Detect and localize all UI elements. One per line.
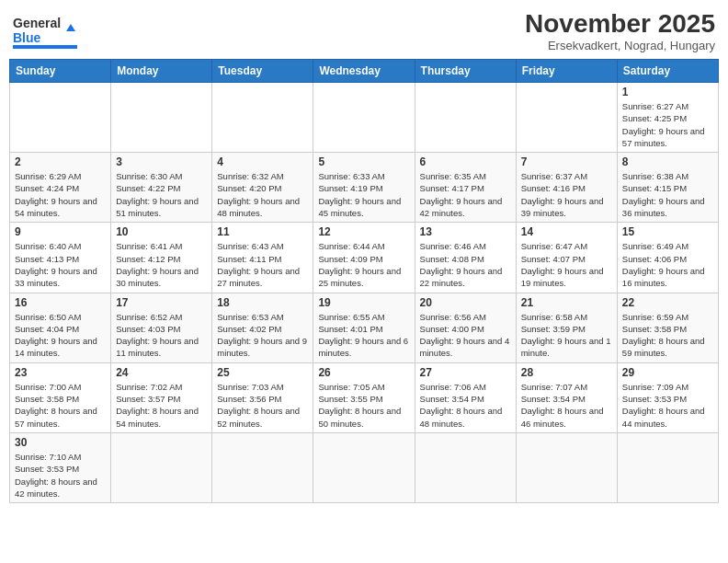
header-thursday: Thursday <box>415 60 516 83</box>
day-4: 4 Sunrise: 6:32 AM Sunset: 4:20 PM Dayli… <box>212 153 313 223</box>
empty-cell <box>111 432 212 502</box>
day-25: 25 Sunrise: 7:03 AM Sunset: 3:56 PM Dayl… <box>212 362 313 432</box>
empty-cell <box>516 83 617 153</box>
week-row-5: 23 Sunrise: 7:00 AM Sunset: 3:58 PM Dayl… <box>10 362 719 432</box>
day-18: 18 Sunrise: 6:53 AM Sunset: 4:02 PM Dayl… <box>212 293 313 362</box>
logo: General Blue <box>13 9 86 53</box>
header-tuesday: Tuesday <box>212 60 313 83</box>
week-row-2: 2 Sunrise: 6:29 AM Sunset: 4:24 PM Dayli… <box>10 153 719 223</box>
day-8: 8 Sunrise: 6:38 AM Sunset: 4:15 PM Dayli… <box>617 153 718 223</box>
empty-cell <box>313 432 415 502</box>
empty-cell <box>516 432 617 502</box>
day-23: 23 Sunrise: 7:00 AM Sunset: 3:58 PM Dayl… <box>10 362 111 432</box>
empty-cell <box>212 83 313 153</box>
day-7: 7 Sunrise: 6:37 AM Sunset: 4:16 PM Dayli… <box>516 153 617 223</box>
header-sunday: Sunday <box>10 60 111 83</box>
empty-cell <box>415 83 516 153</box>
day-9: 9 Sunrise: 6:40 AM Sunset: 4:13 PM Dayli… <box>10 223 111 293</box>
day-21: 21 Sunrise: 6:58 AM Sunset: 3:59 PM Dayl… <box>516 293 617 362</box>
day-5: 5 Sunrise: 6:33 AM Sunset: 4:19 PM Dayli… <box>313 153 415 223</box>
day-29: 29 Sunrise: 7:09 AM Sunset: 3:53 PM Dayl… <box>617 362 718 432</box>
empty-cell <box>415 432 516 502</box>
day-1: 1 Sunrise: 6:27 AM Sunset: 4:25 PM Dayli… <box>617 83 718 153</box>
day-2: 2 Sunrise: 6:29 AM Sunset: 4:24 PM Dayli… <box>10 153 111 223</box>
week-row-1: 1 Sunrise: 6:27 AM Sunset: 4:25 PM Dayli… <box>10 83 719 153</box>
day-19: 19 Sunrise: 6:55 AM Sunset: 4:01 PM Dayl… <box>313 293 415 362</box>
day-12: 12 Sunrise: 6:44 AM Sunset: 4:09 PM Dayl… <box>313 223 415 293</box>
day-30: 30 Sunrise: 7:10 AM Sunset: 3:53 PM Dayl… <box>10 432 111 502</box>
day-24: 24 Sunrise: 7:02 AM Sunset: 3:57 PM Dayl… <box>111 362 212 432</box>
logo-svg: General Blue <box>13 9 86 53</box>
empty-cell <box>10 83 111 153</box>
header-saturday: Saturday <box>617 60 718 83</box>
header-wednesday: Wednesday <box>313 60 415 83</box>
header-monday: Monday <box>111 60 212 83</box>
empty-cell <box>212 432 313 502</box>
empty-cell <box>313 83 415 153</box>
day-number-1: 1 <box>622 86 713 98</box>
day-27: 27 Sunrise: 7:06 AM Sunset: 3:54 PM Dayl… <box>415 362 516 432</box>
header-friday: Friday <box>516 60 617 83</box>
day-10: 10 Sunrise: 6:41 AM Sunset: 4:12 PM Dayl… <box>111 223 212 293</box>
day-13: 13 Sunrise: 6:46 AM Sunset: 4:08 PM Dayl… <box>415 223 516 293</box>
empty-cell <box>617 432 718 502</box>
day-11: 11 Sunrise: 6:43 AM Sunset: 4:11 PM Dayl… <box>212 223 313 293</box>
title-block: November 2025 Ersekvadkert, Nograd, Hung… <box>525 9 715 52</box>
week-row-4: 16 Sunrise: 6:50 AM Sunset: 4:04 PM Dayl… <box>10 293 719 362</box>
day-22: 22 Sunrise: 6:59 AM Sunset: 3:58 PM Dayl… <box>617 293 718 362</box>
empty-cell <box>111 83 212 153</box>
day-17: 17 Sunrise: 6:52 AM Sunset: 4:03 PM Dayl… <box>111 293 212 362</box>
day-3: 3 Sunrise: 6:30 AM Sunset: 4:22 PM Dayli… <box>111 153 212 223</box>
location-subtitle: Ersekvadkert, Nograd, Hungary <box>525 39 715 52</box>
day-16: 16 Sunrise: 6:50 AM Sunset: 4:04 PM Dayl… <box>10 293 111 362</box>
weekday-header-row: Sunday Monday Tuesday Wednesday Thursday… <box>10 60 719 83</box>
svg-marker-2 <box>66 24 75 31</box>
svg-rect-3 <box>13 45 77 49</box>
page-header: General Blue November 2025 Ersekvadkert,… <box>9 9 719 53</box>
week-row-6: 30 Sunrise: 7:10 AM Sunset: 3:53 PM Dayl… <box>10 432 719 502</box>
calendar-table: Sunday Monday Tuesday Wednesday Thursday… <box>9 59 719 503</box>
week-row-3: 9 Sunrise: 6:40 AM Sunset: 4:13 PM Dayli… <box>10 223 719 293</box>
svg-text:General: General <box>13 16 61 30</box>
day-14: 14 Sunrise: 6:47 AM Sunset: 4:07 PM Dayl… <box>516 223 617 293</box>
day-28: 28 Sunrise: 7:07 AM Sunset: 3:54 PM Dayl… <box>516 362 617 432</box>
svg-text:Blue: Blue <box>13 30 41 45</box>
day-20: 20 Sunrise: 6:56 AM Sunset: 4:00 PM Dayl… <box>415 293 516 362</box>
day-6: 6 Sunrise: 6:35 AM Sunset: 4:17 PM Dayli… <box>415 153 516 223</box>
day-26: 26 Sunrise: 7:05 AM Sunset: 3:55 PM Dayl… <box>313 362 415 432</box>
month-title: November 2025 <box>525 9 715 39</box>
day-info-1: Sunrise: 6:27 AM Sunset: 4:25 PM Dayligh… <box>622 100 713 149</box>
day-15: 15 Sunrise: 6:49 AM Sunset: 4:06 PM Dayl… <box>617 223 718 293</box>
